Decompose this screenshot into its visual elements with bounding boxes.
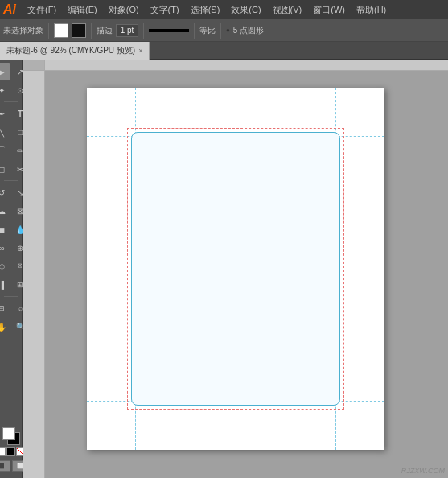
toolbar-separator	[48, 23, 49, 39]
ruler-corner	[23, 60, 45, 71]
magic-wand-tool[interactable]: ✦	[0, 81, 10, 99]
line-tool[interactable]: ╲	[0, 123, 10, 141]
menu-bar: Ai 文件(F) 编辑(E) 对象(O) 文字(T) 选择(S) 效果(C) 视…	[0, 0, 448, 19]
paintbrush-tool[interactable]: ⌒	[0, 142, 10, 159]
no-selection-label: 未选择对象	[3, 25, 43, 36]
dot-label: ●	[226, 27, 230, 34]
toolbar-separator-2	[91, 23, 92, 39]
watermark: RJZXW.COM	[401, 467, 445, 475]
toolbox: ▶ ↗ ✦ ⊙ ✒ T ╲ □ ⌒ ✏ ◻ ✂ ↺ ⤡ ☁	[0, 60, 23, 478]
stroke-width-input[interactable]	[116, 24, 138, 37]
stroke-preview-bar	[149, 29, 189, 32]
menu-edit[interactable]: 编辑(E)	[63, 2, 102, 18]
toolbar-separator-4	[194, 23, 195, 39]
live-paint-tool[interactable]: ⬡	[0, 258, 10, 275]
main-area: ▶ ↗ ✦ ⊙ ✒ T ╲ □ ⌒ ✏ ◻ ✂ ↺ ⤡ ☁	[0, 60, 448, 478]
stroke-label: 描边	[97, 25, 113, 36]
ratio-label: 等比	[199, 25, 216, 36]
fill-swatch[interactable]	[54, 23, 68, 38]
menu-file[interactable]: 文件(F)	[23, 2, 61, 18]
content-boundary	[131, 132, 340, 406]
warp-tool[interactable]: ☁	[0, 202, 10, 220]
rotate-tool[interactable]: ↺	[0, 183, 10, 201]
menu-object[interactable]: 对象(O)	[104, 2, 144, 18]
pen-tool[interactable]: ✒	[0, 105, 10, 122]
document-tab[interactable]: 未标题-6 @ 92% (CMYK/GPU 预览) ×	[0, 42, 150, 60]
toolbar-separator-3	[143, 23, 144, 39]
graph-tool[interactable]: ▐	[0, 276, 10, 294]
tab-title: 未标题-6 @ 92% (CMYK/GPU 预览)	[6, 45, 135, 56]
tool-separator-2	[4, 180, 18, 181]
menu-select[interactable]: 选择(S)	[186, 2, 225, 18]
small-swatches-row	[0, 447, 25, 456]
select-tool[interactable]: ▶	[0, 63, 10, 80]
artboard	[87, 88, 384, 450]
slice-tool[interactable]: ⊟	[0, 299, 10, 317]
white-swatch[interactable]	[0, 447, 6, 456]
pt-label: 5 点圆形	[233, 25, 264, 36]
tool-separator-1	[4, 101, 18, 102]
toolbar-separator-5	[220, 23, 221, 39]
app-logo: Ai	[3, 2, 16, 17]
tool-separator-3	[4, 296, 18, 297]
blend-tool[interactable]: ∞	[0, 239, 10, 257]
options-toolbar: 未选择对象 描边 等比 ● 5 点圆形	[0, 19, 448, 42]
color-swatches[interactable]	[2, 427, 20, 445]
stroke-line-preview	[149, 29, 189, 32]
menu-help[interactable]: 帮助(H)	[351, 2, 391, 18]
hand-tool[interactable]: ✋	[0, 318, 10, 336]
stroke-swatch[interactable]	[72, 23, 86, 38]
menu-view[interactable]: 视图(V)	[268, 2, 307, 18]
canvas-area: RJZXW.COM	[23, 60, 448, 478]
menu-type[interactable]: 文字(T)	[146, 2, 184, 18]
tab-close-button[interactable]: ×	[138, 47, 142, 55]
gradient-tool[interactable]: ◼	[0, 220, 10, 238]
black-swatch[interactable]	[6, 447, 15, 456]
tab-bar: 未标题-6 @ 92% (CMYK/GPU 预览) ×	[0, 42, 448, 60]
ruler-left	[23, 60, 45, 478]
color-mode-btn[interactable]: ⬛	[0, 460, 10, 472]
eraser-tool[interactable]: ◻	[0, 160, 10, 178]
foreground-color-swatch[interactable]	[2, 427, 15, 440]
menu-window[interactable]: 窗口(W)	[308, 2, 350, 18]
ruler-top	[45, 60, 448, 71]
menu-effect[interactable]: 效果(C)	[226, 2, 265, 18]
